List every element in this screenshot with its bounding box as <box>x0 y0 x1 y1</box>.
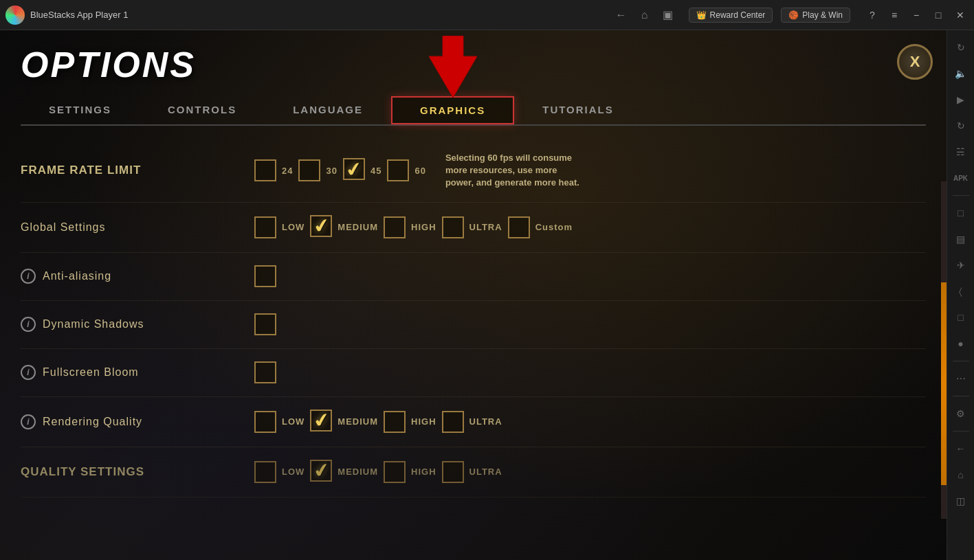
tabs-row: SETTINGS CONTROLS LANGUAGE GRAPHICS <box>21 96 926 126</box>
title-actions: 👑 Reward Center 🏀 Play & Win ? ≡ − □ ✕ <box>689 7 969 23</box>
global-medium-checkbox-selected[interactable]: ✔ <box>310 215 332 240</box>
sidebar-sep-2 <box>953 361 969 361</box>
keyboard-sidebar-btn[interactable]: ☵ <box>949 140 973 164</box>
tab-tutorials[interactable]: TUTORIALS <box>514 96 642 124</box>
camera-sidebar-btn[interactable]: □ <box>949 201 973 225</box>
rq-low-checkbox[interactable] <box>254 411 276 433</box>
fps-45-checkbox-selected[interactable]: ✔ <box>343 158 365 183</box>
nav-buttons: ← ⌂ ▣ <box>612 5 678 25</box>
global-low-checkbox[interactable] <box>254 216 276 238</box>
anti-aliasing-checkbox[interactable] <box>254 265 276 287</box>
rendering-quality-label: Rendering Quality <box>43 416 142 428</box>
sidebar-sep-4 <box>953 431 969 432</box>
anti-aliasing-label: Anti-aliasing <box>43 270 111 282</box>
global-high-checkbox[interactable] <box>384 216 406 238</box>
qs-high-label: HIGH <box>411 467 436 477</box>
dynamic-shadows-row: i Dynamic Shadows <box>21 301 926 349</box>
help-btn[interactable]: ? <box>864 7 881 23</box>
qs-low-label: LOW <box>282 467 305 477</box>
close-btn[interactable]: ✕ <box>952 7 969 23</box>
rotate-sidebar-btn[interactable]: ↻ <box>949 114 973 137</box>
forward-sidebar-btn[interactable]: ▶ <box>949 88 973 111</box>
dynamic-shadows-info-icon[interactable]: i <box>21 317 36 332</box>
frame-rate-row: FRAME RATE LIMIT 24 30 ✔ <box>21 139 926 203</box>
fps-24-checkbox[interactable] <box>254 159 276 181</box>
settings-content: FRAME RATE LIMIT 24 30 ✔ <box>21 126 926 560</box>
frame-rate-label-group: FRAME RATE LIMIT <box>21 164 254 177</box>
page-title: OPTIONS <box>21 44 926 85</box>
close-options-btn[interactable]: X <box>897 44 933 80</box>
rq-low-label: LOW <box>282 416 305 427</box>
minimize-btn[interactable]: − <box>908 7 925 23</box>
qs-ultra-checkbox[interactable] <box>442 461 464 483</box>
global-custom-checkbox[interactable] <box>508 216 530 238</box>
tablet-sidebar-btn[interactable]: 〈 <box>949 280 973 303</box>
home-nav-btn[interactable]: ⌂ <box>635 5 654 25</box>
reward-icon: 👑 <box>696 10 707 20</box>
fullscreen-bloom-checkbox[interactable] <box>254 361 276 383</box>
tab-settings[interactable]: SETTINGS <box>21 96 140 124</box>
home-sidebar-btn[interactable]: ⌂ <box>949 463 973 486</box>
qs-high-checkbox[interactable] <box>384 461 406 483</box>
fps-30-checkbox[interactable] <box>298 159 320 181</box>
applist-sidebar-btn[interactable]: ◫ <box>949 489 973 513</box>
menu-btn[interactable]: ≡ <box>886 7 903 23</box>
dynamic-shadows-controls <box>254 313 276 335</box>
content-wrapper: OPTIONS SETTINGS CONTROLS LANGUAGE GRAPH… <box>0 30 974 560</box>
global-ultra-checkbox[interactable] <box>442 216 464 238</box>
back-sidebar-btn[interactable]: ← <box>949 437 973 460</box>
sidebar-sep-3 <box>953 396 969 396</box>
tab-language[interactable]: LANGUAGE <box>265 96 391 124</box>
fullscreen-bloom-label: Fullscreen Bloom <box>43 366 139 379</box>
quality-settings-controls: LOW ✔ MEDIUM HIGH ULTRA <box>254 460 502 484</box>
apk-sidebar-btn[interactable]: APK <box>949 166 973 190</box>
main-area: OPTIONS SETTINGS CONTROLS LANGUAGE GRAPH… <box>0 30 947 560</box>
fullscreen-bloom-info-icon[interactable]: i <box>21 365 36 380</box>
rq-ultra-checkbox[interactable] <box>442 411 464 433</box>
fps-60-checkbox[interactable] <box>387 159 409 181</box>
eraser-sidebar-btn[interactable]: □ <box>949 306 973 329</box>
reward-center-btn[interactable]: 👑 Reward Center <box>689 8 773 23</box>
airplane-sidebar-btn[interactable]: ✈ <box>949 254 973 277</box>
tab-controls[interactable]: CONTROLS <box>140 96 265 124</box>
fps-45-label: 45 <box>370 166 381 176</box>
multi-instance-btn[interactable]: ▣ <box>658 5 678 25</box>
rendering-quality-info-icon[interactable]: i <box>21 414 36 429</box>
qs-medium-checkbox-selected[interactable]: ✔ <box>310 460 332 484</box>
scrollbar-thumb[interactable] <box>941 282 947 485</box>
dynamic-shadows-checkbox[interactable] <box>254 313 276 335</box>
rq-medium-checkbox-selected[interactable]: ✔ <box>310 410 332 434</box>
global-settings-label: Global Settings <box>21 221 106 234</box>
restore-btn[interactable]: □ <box>930 7 947 23</box>
settings-sidebar-btn[interactable]: ⚙ <box>949 402 973 425</box>
fps-24-label: 24 <box>282 166 293 176</box>
rendering-quality-label-group: i Rendering Quality <box>21 414 254 429</box>
expand-sidebar-btn[interactable]: ↻ <box>949 36 973 59</box>
play-win-label: Play & Win <box>802 10 843 20</box>
play-win-icon: 🏀 <box>788 10 799 20</box>
right-sidebar: ↻ 🔈 ▶ ↻ ☵ APK □ ▤ ✈ 〈 □ ● ⋯ ⚙ ← ⌂ ◫ <box>947 30 974 560</box>
frame-rate-controls: 24 30 ✔ 45 60 <box>254 152 583 190</box>
scrollbar-track <box>941 181 947 519</box>
rendering-quality-row: i Rendering Quality LOW ✔ MEDIUM <box>21 397 926 447</box>
reward-center-label: Reward Center <box>710 10 766 20</box>
anti-aliasing-row: i Anti-aliasing <box>21 253 926 301</box>
anti-aliasing-controls <box>254 265 276 287</box>
global-settings-controls: LOW ✔ MEDIUM HIGH ULTRA <box>254 215 573 240</box>
options-container: OPTIONS SETTINGS CONTROLS LANGUAGE GRAPH… <box>0 30 947 560</box>
more-sidebar-btn[interactable]: ⋯ <box>949 367 973 390</box>
bluestacks-logo <box>5 5 25 25</box>
back-nav-btn[interactable]: ← <box>612 5 631 25</box>
location-sidebar-btn[interactable]: ● <box>949 332 973 355</box>
play-win-btn[interactable]: 🏀 Play & Win <box>781 8 850 23</box>
fullscreen-bloom-label-group: i Fullscreen Bloom <box>21 365 254 380</box>
folder-sidebar-btn[interactable]: ▤ <box>949 227 973 251</box>
anti-aliasing-info-icon[interactable]: i <box>21 269 36 284</box>
fullscreen-bloom-controls <box>254 361 276 383</box>
tab-graphics[interactable]: GRAPHICS <box>391 96 514 124</box>
quality-settings-row: QUALITY SETTINGS LOW ✔ MEDIUM <box>21 447 926 497</box>
volume-sidebar-btn[interactable]: 🔈 <box>949 62 973 85</box>
global-medium-label: MEDIUM <box>337 222 378 232</box>
rq-high-checkbox[interactable] <box>384 411 406 433</box>
qs-low-checkbox[interactable] <box>254 461 276 483</box>
